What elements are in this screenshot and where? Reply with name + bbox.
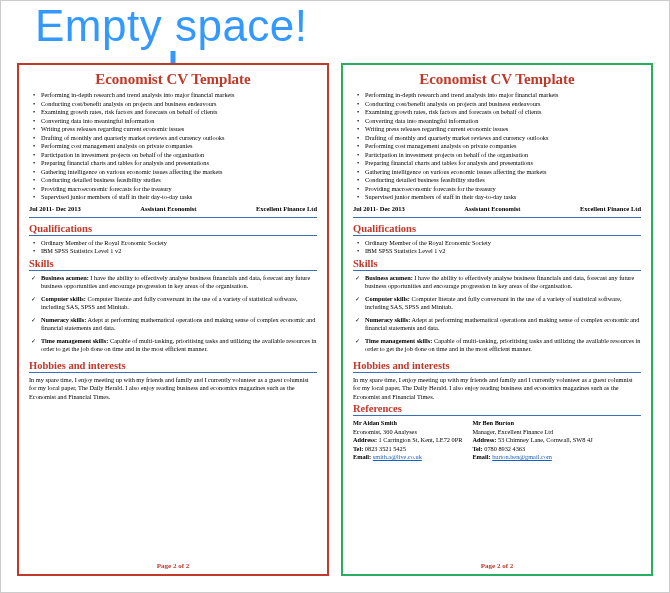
list-item: IBM SPSS Statistics Level 1 v2 (365, 247, 641, 256)
section-divider (29, 270, 317, 271)
reference-address: 1 Carrington St, Kent, LE72 0PR (379, 436, 463, 443)
hobbies-heading: Hobbies and interests (29, 360, 317, 371)
list-item: Business acumen: I have the ability to e… (365, 274, 641, 291)
list-item: Supervised junior members of staff in th… (41, 193, 317, 202)
job-company: Excellent Finance Ltd (256, 205, 317, 212)
list-item: Examining growth rates, risk factors and… (365, 108, 641, 117)
job-line: Jul 2011- Dec 2013 Assistant Economist E… (353, 205, 641, 212)
reference-name: Mr Aidan Smith (353, 419, 397, 426)
list-item: Preparing financial charts and tables fo… (41, 159, 317, 168)
list-item: Gathering intelligence on various econom… (365, 168, 641, 177)
list-item: Gathering intelligence on various econom… (41, 168, 317, 177)
list-item: Numeracy skills: Adept at performing mat… (365, 316, 641, 333)
reference-card: Mr Ben Burton Manager, Excellent Finance… (472, 419, 592, 462)
list-item: Performing in-depth research and trend a… (41, 91, 317, 100)
skills-list: Business acumen: I have the ability to e… (29, 274, 317, 358)
page-footer: Page 2 of 2 (29, 558, 317, 570)
list-item: Converting data into meaningful informat… (41, 117, 317, 126)
list-item: Conducting cost/benefit analysis on proj… (41, 100, 317, 109)
section-divider (29, 235, 317, 236)
list-item: Ordinary Member of the Royal Economic So… (41, 239, 317, 248)
page-footer: Page 2 of 2 (353, 558, 641, 570)
section-divider (353, 235, 641, 236)
job-dates: Jul 2011- Dec 2013 (29, 205, 81, 212)
list-item: Performing cost management analysis on p… (41, 142, 317, 151)
skills-list: Business acumen: I have the ability to e… (353, 274, 641, 358)
reference-name: Mr Ben Burton (472, 419, 514, 426)
list-item: Time management skills: Capable of multi… (41, 337, 317, 354)
section-divider (353, 217, 641, 218)
references-columns: Mr Aidan Smith Economist, 360 Analyses A… (353, 419, 641, 462)
hobbies-text: In my spare time, I enjoy meeting up wit… (29, 376, 317, 402)
empty-space (29, 401, 317, 558)
hobbies-heading: Hobbies and interests (353, 360, 641, 371)
list-item: Providing macroeconomic forecasts for th… (365, 185, 641, 194)
section-divider (353, 415, 641, 416)
list-item: Preparing financial charts and tables fo… (365, 159, 641, 168)
references-heading: References (353, 403, 641, 414)
job-role: Assistant Economist (140, 205, 196, 212)
list-item: Participation in investment projects on … (41, 151, 317, 160)
annotation-label: Empty space! (35, 1, 308, 51)
list-item: Numeracy skills: Adept at performing mat… (41, 316, 317, 333)
qualifications-heading: Qualifications (353, 223, 641, 234)
list-item: Conducting detailed business feasibility… (41, 176, 317, 185)
qualifications-list: Ordinary Member of the Royal Economic So… (353, 239, 641, 256)
list-item: Writing press releases regarding current… (41, 125, 317, 134)
list-item: Performing in-depth research and trend a… (365, 91, 641, 100)
job-line: Jul 2011- Dec 2013 Assistant Economist E… (29, 205, 317, 212)
job-role: Assistant Economist (464, 205, 520, 212)
list-item: Time management skills: Capable of multi… (365, 337, 641, 354)
list-item: Computer skills: Computer literate and f… (365, 295, 641, 312)
section-divider (353, 372, 641, 373)
list-item: IBM SPSS Statistics Level 1 v2 (41, 247, 317, 256)
list-item: Business acumen: I have the ability to e… (41, 274, 317, 291)
qualifications-list: Ordinary Member of the Royal Economic So… (29, 239, 317, 256)
qualifications-heading: Qualifications (29, 223, 317, 234)
skills-heading: Skills (353, 258, 641, 269)
list-item: Providing macroeconomic forecasts for th… (41, 185, 317, 194)
duties-list: Performing in-depth research and trend a… (29, 91, 317, 202)
cv-page-right: Economist CV Template Performing in-dept… (341, 63, 653, 576)
list-item: Computer skills: Computer literate and f… (41, 295, 317, 312)
list-item: Examining growth rates, risk factors and… (41, 108, 317, 117)
job-company: Excellent Finance Ltd (580, 205, 641, 212)
reference-role: Economist, 360 Analyses (353, 428, 462, 437)
list-item: Drafting of monthly and quarterly market… (365, 134, 641, 143)
reference-tel: 0823 3521 5425 (365, 445, 406, 452)
section-divider (29, 372, 317, 373)
page-title: Economist CV Template (29, 71, 317, 88)
section-divider (353, 270, 641, 271)
list-item: Ordinary Member of the Royal Economic So… (365, 239, 641, 248)
skills-heading: Skills (29, 258, 317, 269)
reference-tel: 0780 8932 4363 (484, 445, 525, 452)
list-item: Drafting of monthly and quarterly market… (41, 134, 317, 143)
list-item: Participation in investment projects on … (365, 151, 641, 160)
reference-email-link[interactable]: smith.a@live.co.uk (373, 453, 422, 460)
list-item: Converting data into meaningful informat… (365, 117, 641, 126)
list-item: Conducting cost/benefit analysis on proj… (365, 100, 641, 109)
reference-role: Manager, Excellent Finance Ltd (472, 428, 592, 437)
list-item: Supervised junior members of staff in th… (365, 193, 641, 202)
cv-page-left: Economist CV Template Performing in-dept… (17, 63, 329, 576)
page-title: Economist CV Template (353, 71, 641, 88)
job-dates: Jul 2011- Dec 2013 (353, 205, 405, 212)
reference-address: 53 Chimney Lane, Cornwall, SW8 4J (498, 436, 593, 443)
section-divider (29, 217, 317, 218)
list-item: Conducting detailed business feasibility… (365, 176, 641, 185)
reference-card: Mr Aidan Smith Economist, 360 Analyses A… (353, 419, 462, 462)
list-item: Performing cost management analysis on p… (365, 142, 641, 151)
hobbies-text: In my spare time, I enjoy meeting up wit… (353, 376, 641, 402)
list-item: Writing press releases regarding current… (365, 125, 641, 134)
duties-list: Performing in-depth research and trend a… (353, 91, 641, 202)
reference-email-link[interactable]: burton.ben@gmail.com (492, 453, 552, 460)
